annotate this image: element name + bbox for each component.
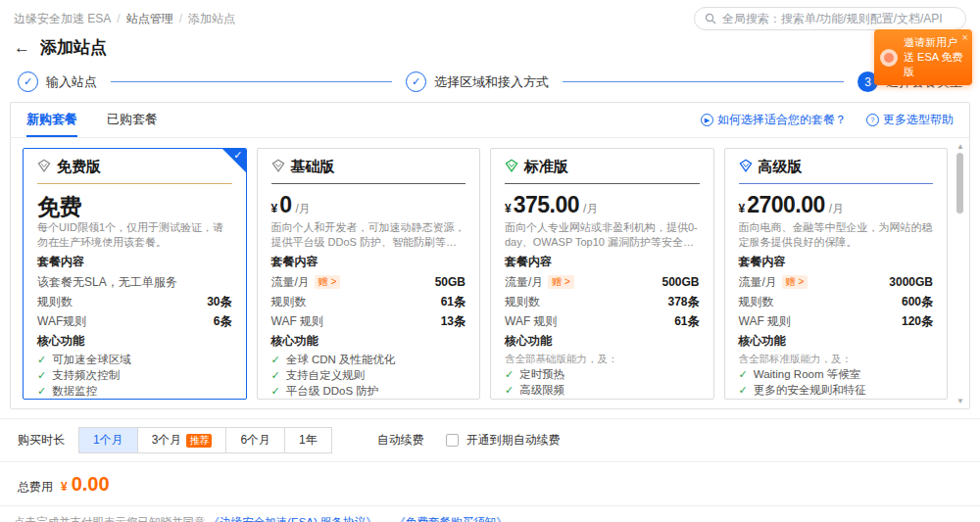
plan-price: ¥2700.00/月 — [739, 192, 934, 217]
step-check-icon: ✓ — [18, 71, 38, 92]
price-unit: /月 — [583, 201, 598, 217]
check-icon: ✓ — [37, 383, 46, 399]
gift-badge[interactable]: 赠 > — [782, 275, 808, 289]
scroll-down-icon[interactable]: ▼ — [954, 397, 967, 405]
content-row-value: 61条 — [674, 311, 699, 331]
plan-content-row: 流量/月赠 >500GB — [505, 272, 700, 292]
auto-renew-checkbox[interactable] — [446, 434, 459, 447]
content-row-value: 13条 — [441, 311, 466, 331]
content-row-label-text: WAF 规则 — [505, 311, 558, 331]
step-2: ✓选择区域和接入方式 — [406, 71, 549, 92]
price-amount: 0 — [279, 192, 291, 218]
plan-header: 标准版 — [505, 158, 700, 176]
plan-header: 基础版 — [271, 158, 466, 176]
plan-feature: ✓离线日志 — [37, 399, 232, 400]
content-row-label-text: 流量/月 — [505, 272, 543, 292]
price-unit: /月 — [295, 201, 310, 217]
check-icon: ✓ — [739, 366, 748, 382]
content-row-label: 规则数 — [37, 292, 73, 311]
total-label: 总费用 — [18, 479, 53, 496]
duration-option[interactable]: 1个月 — [78, 427, 138, 453]
duration-option[interactable]: 1年 — [284, 427, 332, 453]
plan-content-row: WAF 规则120条 — [739, 311, 934, 331]
plan-feature: ✓可加速全球区域 — [37, 352, 232, 367]
agreement-line: 点击完成并支付即表示您已知晓并同意 《边缘安全加速(ESA) 服务协议》 、 《… — [14, 514, 966, 522]
tabs: 新购套餐已购套餐 — [26, 103, 158, 137]
check-icon: ✓ — [505, 398, 514, 400]
price-currency: ¥ — [505, 202, 512, 215]
plan-feature-text: 定时预热 — [519, 366, 564, 382]
plan-feature: ✓Waiting Room 等候室 — [739, 366, 934, 382]
plan-divider — [37, 183, 232, 184]
content-row-value: 600条 — [902, 292, 933, 311]
content-row-label-text: WAF规则 — [37, 311, 86, 331]
duration-option[interactable]: 6个月 — [225, 427, 285, 453]
panel-scrollbar[interactable]: ▲ ▼ — [954, 142, 967, 405]
plan-divider — [505, 183, 700, 184]
duration-option[interactable]: 3个月推荐 — [137, 427, 227, 453]
content-row-label: WAF 规则 — [739, 311, 792, 331]
content-row-value: 6条 — [214, 311, 232, 331]
plan-name: 免费版 — [57, 158, 101, 176]
content-row-label: WAF 规则 — [271, 311, 324, 331]
play-circle-icon: ▶ — [701, 114, 713, 126]
plan-feature-text: 智能限频、一键防刷 — [286, 399, 388, 400]
scrollbar-thumb[interactable] — [956, 153, 963, 214]
free-plan-notice-link[interactable]: 《免费套餐购买须知》 — [394, 516, 507, 522]
plan-content-row: WAF 规则13条 — [271, 311, 466, 331]
close-icon[interactable]: × — [962, 30, 968, 45]
breadcrumb-separator: / — [179, 12, 182, 25]
selected-check-icon: ✓ — [233, 149, 242, 162]
breadcrumb-item: 添加站点 — [188, 11, 235, 27]
plan-card-免费版[interactable]: 免费版免费每个UID限领1个，仅用于测试验证，请勿在生产环境使用该套餐。套餐内容… — [23, 148, 247, 400]
help-link-label: 如何选择适合您的套餐？ — [717, 112, 847, 128]
breadcrumb-item[interactable]: 边缘安全加速 ESA — [14, 11, 111, 27]
gift-badge[interactable]: 赠 > — [315, 275, 341, 289]
total-currency: ¥ — [61, 480, 68, 494]
plan-feature: ✓智能限频、一键防刷 — [271, 399, 466, 400]
plan-content-row: 规则数600条 — [739, 292, 934, 311]
global-search[interactable] — [694, 7, 966, 30]
tab-owned-plans[interactable]: 已购套餐 — [107, 103, 158, 137]
plan-card-高级版[interactable]: 高级版¥2700.00/月面向电商、金融等中型企业，为网站的稳定服务提供良好的保… — [724, 148, 949, 400]
plan-badge-icon — [37, 159, 51, 175]
promo-banner[interactable]: 邀请新用户送 ESA 免费版 × — [874, 29, 972, 85]
back-arrow-icon[interactable]: ← — [14, 38, 30, 58]
gift-badge[interactable]: 赠 > — [548, 275, 574, 289]
link-separator: 、 — [380, 516, 392, 522]
plan-content-row: 规则数378条 — [505, 292, 700, 311]
plan-name: 标准版 — [524, 158, 568, 176]
search-input[interactable] — [722, 12, 956, 25]
plan-feature: ✓支持自定义规则 — [271, 367, 466, 383]
footer: 点击完成并支付即表示您已知晓并同意 《边缘安全加速(ESA) 服务协议》 、 《… — [0, 505, 980, 522]
plan-feature: ✓平台级 DDoS 防护 — [271, 383, 466, 399]
content-row-label-text: WAF 规则 — [271, 311, 324, 331]
tab-new-plans[interactable]: 新购套餐 — [26, 103, 77, 137]
promo-text: 邀请新用户送 ESA 免费版 — [904, 35, 964, 79]
plan-card-标准版[interactable]: 标准版¥375.00/月面向个人专业网站或非盈利机构，提供0-day、OWASP… — [490, 148, 714, 400]
duration-options: 1个月3个月推荐6个月1年 — [78, 427, 332, 453]
service-agreement-link[interactable]: 《边缘安全加速(ESA) 服务协议》 — [209, 516, 377, 522]
scroll-up-icon[interactable]: ▲ — [954, 142, 967, 151]
total-row: 总费用 ¥ 0.00 — [0, 461, 980, 505]
auto-renew-option-label[interactable]: 开通到期自动续费 — [466, 432, 561, 449]
content-row-label-text: 规则数 — [37, 292, 73, 311]
breadcrumb-item[interactable]: 站点管理 — [126, 11, 173, 27]
plan-feature: ✓恶意扫描防护 — [505, 398, 700, 400]
duration-row: 购买时长 1个月3个月推荐6个月1年 自动续费 开通到期自动续费 — [0, 418, 980, 461]
plan-feature-text: 全球 CDN 及性能优化 — [286, 352, 396, 367]
plan-card-基础版[interactable]: 基础版¥0/月面向个人和开发者，可加速动静态资源，提供平台级 DDoS 防护、智… — [257, 148, 481, 400]
auto-renew-label: 自动续费 — [377, 432, 424, 449]
step-1: ✓输入站点 — [18, 71, 97, 92]
plan-header: 高级版 — [739, 158, 934, 176]
price-unit: /月 — [829, 201, 844, 217]
title-row: ← 添加站点 — [0, 30, 980, 63]
content-row-label: 规则数 — [505, 292, 540, 311]
plan-features-title: 核心功能 — [505, 334, 700, 348]
content-row-value: 378条 — [667, 292, 699, 311]
content-row-label: 规则数 — [739, 292, 774, 311]
help-link[interactable]: ▶如何选择适合您的套餐？ — [701, 112, 847, 128]
plan-feature: ✓更多的安全规则和特征 — [739, 382, 934, 398]
help-link[interactable]: ?更多选型帮助 — [866, 112, 954, 128]
plan-content-row: WAF 规则61条 — [505, 311, 700, 331]
